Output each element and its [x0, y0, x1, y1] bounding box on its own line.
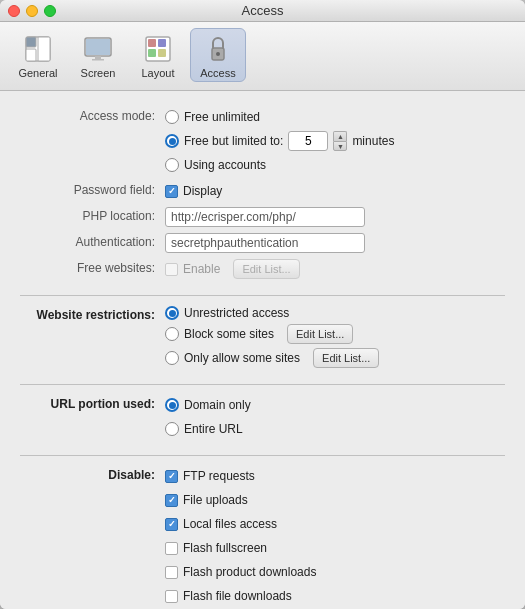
- url-portion-label: URL portion used:: [20, 395, 165, 411]
- svg-rect-3: [38, 37, 50, 61]
- php-location-row: PHP location:: [20, 207, 505, 227]
- only-allow-edit-list-button[interactable]: Edit List...: [313, 348, 379, 368]
- website-restrictions-row: Website restrictions: Unrestricted acces…: [20, 306, 505, 368]
- restriction-unrestricted-row: Unrestricted access: [165, 306, 505, 320]
- php-location-input[interactable]: [165, 207, 365, 227]
- access-mode-controls: Free unlimited Free but limited to: ▲ ▼ …: [165, 107, 505, 175]
- disable-flash-product-checkbox[interactable]: [165, 566, 178, 579]
- disable-flash-fullscreen-label: Flash fullscreen: [183, 541, 267, 555]
- disable-flash-fullscreen-checkbox[interactable]: [165, 542, 178, 555]
- svg-rect-10: [158, 39, 166, 47]
- website-restrictions-section: Website restrictions: Unrestricted acces…: [20, 306, 505, 368]
- free-websites-controls: Enable Edit List...: [165, 259, 505, 279]
- authentication-input[interactable]: [165, 233, 365, 253]
- disable-flash-file-row: Flash file downloads: [165, 586, 505, 606]
- password-field-label: Password field:: [20, 181, 165, 197]
- svg-rect-1: [26, 37, 36, 47]
- restriction-block-row: Block some sites Edit List...: [165, 324, 505, 344]
- svg-rect-7: [92, 59, 104, 61]
- url-portion-row: URL portion used: Domain only Entire URL: [20, 395, 505, 439]
- toolbar-access-label: Access: [200, 67, 235, 79]
- disable-local-files-label: Local files access: [183, 517, 277, 531]
- access-mode-row: Access mode: Free unlimited Free but lim…: [20, 107, 505, 175]
- minutes-stepper[interactable]: ▲ ▼: [333, 131, 347, 151]
- stepper-down-button[interactable]: ▼: [333, 141, 347, 151]
- disable-file-uploads-label: File uploads: [183, 493, 248, 507]
- radio-entire-url-row: Entire URL: [165, 419, 505, 439]
- radio-only-allow[interactable]: [165, 351, 179, 365]
- free-websites-checkbox[interactable]: [165, 263, 178, 276]
- zoom-button[interactable]: [44, 5, 56, 17]
- window-title: Access: [242, 3, 284, 18]
- radio-free-unlimited-label: Free unlimited: [184, 110, 260, 124]
- password-field-controls: Display: [165, 181, 505, 201]
- svg-rect-12: [158, 49, 166, 57]
- disable-ftp-checkbox[interactable]: [165, 470, 178, 483]
- block-sites-edit-list-button[interactable]: Edit List...: [287, 324, 353, 344]
- disable-flash-product-row: Flash product downloads: [165, 562, 505, 582]
- access-mode-label: Access mode:: [20, 107, 165, 123]
- svg-rect-11: [148, 49, 156, 57]
- php-location-label: PHP location:: [20, 207, 165, 223]
- close-button[interactable]: [8, 5, 20, 17]
- access-mode-section: Access mode: Free unlimited Free but lim…: [20, 107, 505, 279]
- radio-free-limited-label: Free but limited to:: [184, 134, 283, 148]
- svg-rect-5: [86, 39, 110, 55]
- free-websites-check-row: Enable Edit List...: [165, 259, 505, 279]
- disable-flash-file-checkbox[interactable]: [165, 590, 178, 603]
- radio-domain-only[interactable]: [165, 398, 179, 412]
- toolbar-item-layout[interactable]: Layout: [130, 28, 186, 82]
- disable-ftp-label: FTP requests: [183, 469, 255, 483]
- disable-file-uploads-checkbox[interactable]: [165, 494, 178, 507]
- disable-local-files-checkbox[interactable]: [165, 518, 178, 531]
- layout-icon: [142, 33, 174, 65]
- radio-free-unlimited[interactable]: [165, 110, 179, 124]
- toolbar-screen-label: Screen: [81, 67, 116, 79]
- free-websites-row: Free websites: Enable Edit List...: [20, 259, 505, 279]
- stepper-up-button[interactable]: ▲: [333, 131, 347, 141]
- website-restrictions-label: Website restrictions:: [20, 306, 165, 322]
- radio-free-unlimited-row: Free unlimited: [165, 107, 505, 127]
- php-location-controls: [165, 207, 505, 227]
- disable-file-uploads-row: File uploads: [165, 490, 505, 510]
- radio-free-limited[interactable]: [165, 134, 179, 148]
- restriction-only-allow-row: Only allow some sites Edit List...: [165, 348, 505, 368]
- password-display-checkbox[interactable]: [165, 185, 178, 198]
- disable-label: Disable:: [20, 466, 165, 482]
- minutes-input[interactable]: [288, 131, 328, 151]
- radio-domain-only-label: Domain only: [184, 398, 251, 412]
- radio-using-accounts[interactable]: [165, 158, 179, 172]
- free-websites-edit-list-button[interactable]: Edit List...: [233, 259, 299, 279]
- access-icon: [202, 33, 234, 65]
- radio-using-accounts-label: Using accounts: [184, 158, 266, 172]
- authentication-label: Authentication:: [20, 233, 165, 249]
- radio-domain-only-row: Domain only: [165, 395, 505, 415]
- radio-entire-url[interactable]: [165, 422, 179, 436]
- password-display-label: Display: [183, 184, 222, 198]
- disable-flash-file-label: Flash file downloads: [183, 589, 292, 603]
- general-icon: [22, 33, 54, 65]
- website-restrictions-controls: Unrestricted access Block some sites Edi…: [165, 306, 505, 368]
- svg-rect-9: [148, 39, 156, 47]
- minimize-button[interactable]: [26, 5, 38, 17]
- disable-local-files-row: Local files access: [165, 514, 505, 534]
- password-display-row: Display: [165, 181, 505, 201]
- window: Access General: [0, 0, 525, 609]
- radio-block-some-label: Block some sites: [184, 327, 274, 341]
- toolbar-item-general[interactable]: General: [10, 28, 66, 82]
- traffic-lights: [8, 5, 56, 17]
- toolbar-item-access[interactable]: Access: [190, 28, 246, 82]
- radio-unrestricted[interactable]: [165, 306, 179, 320]
- toolbar: General Screen: [0, 22, 525, 91]
- toolbar-layout-label: Layout: [141, 67, 174, 79]
- radio-free-limited-row: Free but limited to: ▲ ▼ minutes: [165, 131, 505, 151]
- disable-flash-fullscreen-row: Flash fullscreen: [165, 538, 505, 558]
- disable-ftp-row: FTP requests: [165, 466, 505, 486]
- radio-block-some[interactable]: [165, 327, 179, 341]
- svg-rect-6: [95, 56, 101, 59]
- divider-1: [20, 295, 505, 296]
- radio-only-allow-label: Only allow some sites: [184, 351, 300, 365]
- content: Access mode: Free unlimited Free but lim…: [0, 91, 525, 609]
- toolbar-item-screen[interactable]: Screen: [70, 28, 126, 82]
- toolbar-general-label: General: [18, 67, 57, 79]
